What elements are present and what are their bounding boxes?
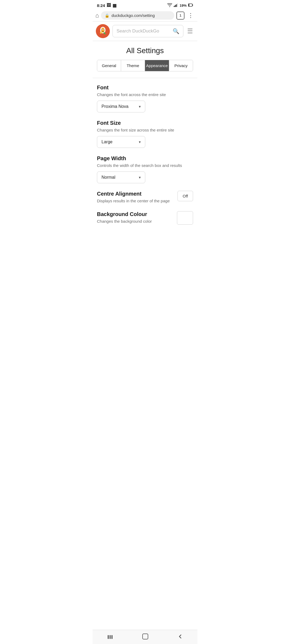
svg-rect-17 [143,634,148,639]
tab-general[interactable]: General [97,60,121,71]
svg-rect-14 [108,635,109,639]
svg-rect-3 [177,3,178,7]
font-setting-desc: Changes the font across the entire site [97,92,193,97]
page-title: All Settings [97,46,193,55]
browser-bar: ⌂ 🔒 duckduckgo.com/setting 1 ⋮ [93,10,197,21]
notification-icon: ▩ [113,3,117,8]
recent-apps-button[interactable] [107,634,113,639]
tab-privacy[interactable]: Privacy [169,60,193,71]
centre-alignment-desc: Displays results in the center of the pa… [97,198,173,204]
tabs-container: General Theme Appearance Privacy [97,60,193,71]
background-colour-title: Background Colour [97,211,173,217]
svg-rect-6 [193,4,193,6]
search-placeholder: Search DuckDuckGo [117,28,170,34]
search-bar[interactable]: Search DuckDuckGo 🔍 [113,25,183,37]
back-button[interactable] [177,634,183,639]
photo-icon: 🖼 [107,3,111,8]
tab-theme[interactable]: Theme [121,60,145,71]
svg-point-12 [102,29,102,30]
background-colour-swatch[interactable] [177,211,193,225]
battery-percentage: 19% [180,3,187,8]
url-bar[interactable]: 🔒 duckduckgo.com/setting [101,11,174,20]
font-size-dropdown-value: Large [102,140,113,144]
svg-rect-5 [189,4,189,6]
main-content: All Settings General Theme Appearance Pr… [93,41,197,237]
status-bar: 8:24 🖼 ▩ 19% [93,0,197,10]
battery-icon [188,3,193,8]
tab-count-button[interactable]: 1 [176,12,184,20]
centre-alignment-toggle[interactable]: Off [177,191,193,201]
background-colour-text: Background Colour Changes the background… [97,211,173,224]
bottom-navigation [93,630,197,644]
browser-more-button[interactable]: ⋮ [187,12,195,19]
page-width-setting-title: Page Width [97,155,193,162]
svg-point-13 [104,29,104,30]
signal-icon [174,3,178,8]
status-bar-right: 19% [167,3,193,8]
page-width-setting: Page Width Controls the width of the sea… [97,155,193,183]
svg-rect-1 [175,5,176,7]
font-size-dropdown-chevron: ▾ [139,140,141,144]
ddg-logo [96,24,110,38]
font-dropdown-chevron: ▾ [139,104,141,109]
ddg-header: Search DuckDuckGo 🔍 ☰ [93,21,197,41]
page-width-dropdown-chevron: ▾ [139,175,141,180]
home-button[interactable]: ⌂ [95,12,99,19]
font-setting-title: Font [97,85,193,91]
centre-alignment-text: Centre Alignment Displays results in the… [97,191,173,204]
page-width-dropdown-value: Normal [102,175,115,180]
hamburger-menu-icon[interactable]: ☰ [186,27,194,35]
font-dropdown-value: Proxima Nova [102,104,128,109]
font-size-dropdown[interactable]: Large ▾ [97,136,145,148]
centre-alignment-title: Centre Alignment [97,191,173,197]
font-dropdown[interactable]: Proxima Nova ▾ [97,101,145,112]
status-time: 8:24 [97,3,105,8]
home-nav-button[interactable] [142,633,148,640]
wifi-icon [167,3,172,8]
svg-rect-0 [174,6,175,7]
svg-rect-16 [111,635,113,639]
status-bar-left: 8:24 🖼 ▩ [97,3,117,8]
font-size-setting-desc: Changes the font size across the entire … [97,127,193,133]
font-size-setting: Font Size Changes the font size across t… [97,120,193,148]
font-size-setting-title: Font Size [97,120,193,126]
background-colour-setting: Background Colour Changes the background… [97,211,193,225]
centre-alignment-setting: Centre Alignment Displays results in the… [97,191,193,204]
page-width-dropdown[interactable]: Normal ▾ [97,171,145,183]
background-colour-desc: Changes the background color [97,218,173,224]
url-text: duckduckgo.com/setting [111,13,171,18]
tab-appearance[interactable]: Appearance [145,60,169,71]
page-width-setting-desc: Controls the width of the search box and… [97,163,193,168]
font-setting: Font Changes the font across the entire … [97,85,193,112]
svg-rect-15 [110,635,111,639]
section-divider [93,78,197,78]
svg-rect-2 [176,4,177,7]
search-icon: 🔍 [173,28,179,34]
lock-icon: 🔒 [105,13,109,18]
